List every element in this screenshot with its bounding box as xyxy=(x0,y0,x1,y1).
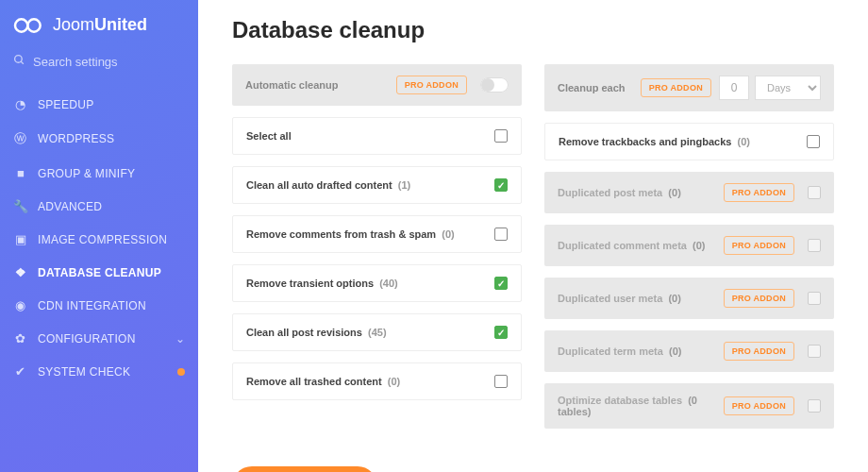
nav-image-compression[interactable]: ▣IMAGE COMPRESSION xyxy=(0,223,198,256)
pro-item-row: Duplicated term meta (0)PRO ADDON xyxy=(544,330,834,372)
globe-icon: ◉ xyxy=(13,298,28,312)
pro-item-row: Optimize database tables (0 tables)PRO A… xyxy=(544,383,834,429)
pro-item-label: Duplicated user meta (0) xyxy=(558,293,714,304)
nav-advanced[interactable]: 🔧ADVANCED xyxy=(0,190,198,223)
search-input[interactable] xyxy=(33,55,185,69)
cleanup-item-label: Clean all post revisions (45) xyxy=(246,327,494,338)
brand-logo: JoomUnited xyxy=(0,0,198,54)
pro-item-checkbox xyxy=(808,186,821,199)
pro-item-label: Optimize database tables (0 tables) xyxy=(558,395,714,417)
clean-save-button[interactable]: CLEAN & SAVE xyxy=(232,466,377,472)
cleanup-interval-input[interactable] xyxy=(719,76,749,100)
pro-item-row: Duplicated post meta (0)PRO ADDON xyxy=(544,172,834,213)
chevron-down-icon: ⌄ xyxy=(175,332,185,346)
folder-icon: ■ xyxy=(13,166,28,180)
right-column: Cleanup each PRO ADDON Days Remove track… xyxy=(544,64,834,440)
pro-item-label: Duplicated post meta (0) xyxy=(558,187,714,198)
cleanup-unit-select[interactable]: Days xyxy=(755,76,821,100)
cleanup-item-row: Remove comments from trash & spam (0) xyxy=(232,215,522,253)
search-input-wrap[interactable] xyxy=(13,54,185,69)
logo-icon xyxy=(13,16,45,35)
remove-trackbacks-label: Remove trackbacks and pingbacks (0) xyxy=(559,136,807,147)
pro-addon-badge: PRO ADDON xyxy=(724,396,794,415)
database-icon: ❖ xyxy=(13,265,28,279)
cleanup-item-checkbox[interactable]: ✓ xyxy=(494,178,508,192)
cleanup-item-row: Clean all post revisions (45)✓ xyxy=(232,313,522,351)
cleanup-item-checkbox[interactable] xyxy=(494,228,508,241)
cleanup-each-row: Cleanup each PRO ADDON Days xyxy=(544,64,834,111)
nav-wordpress[interactable]: ⓦWORDPRESS xyxy=(0,121,198,157)
select-all-checkbox[interactable] xyxy=(494,129,508,143)
svg-point-2 xyxy=(15,56,23,63)
cleanup-item-row: Remove all trashed content (0) xyxy=(232,362,522,400)
cleanup-item-row: Remove transient options (40)✓ xyxy=(232,264,522,302)
left-column: Automatic cleanup PRO ADDON Select all C… xyxy=(232,64,522,440)
image-icon: ▣ xyxy=(13,232,28,246)
pro-addon-badge: PRO ADDON xyxy=(724,236,794,255)
alert-dot-icon xyxy=(177,368,185,376)
nav-group-minify[interactable]: ■GROUP & MINIFY xyxy=(0,157,198,190)
sidebar: JoomUnited ◔SPEEDUP ⓦWORDPRESS ■GROUP & … xyxy=(0,0,198,472)
gauge-icon: ◔ xyxy=(13,97,28,111)
brand-text-1: Joom xyxy=(53,15,94,35)
automatic-cleanup-toggle[interactable] xyxy=(480,77,509,93)
cleanup-item-checkbox[interactable]: ✓ xyxy=(494,326,508,339)
pro-item-checkbox xyxy=(808,345,821,358)
cleanup-item-label: Clean all auto drafted content (1) xyxy=(246,179,494,191)
pro-item-row: Duplicated comment meta (0)PRO ADDON xyxy=(544,225,834,266)
nav-list: ◔SPEEDUP ⓦWORDPRESS ■GROUP & MINIFY 🔧ADV… xyxy=(0,88,198,388)
cleanup-item-row: Clean all auto drafted content (1)✓ xyxy=(232,166,522,204)
select-all-label: Select all xyxy=(246,130,494,142)
main-content: Database cleanup Automatic cleanup PRO A… xyxy=(198,0,868,472)
remove-trackbacks-row: Remove trackbacks and pingbacks (0) xyxy=(544,123,834,160)
search-icon xyxy=(13,54,25,69)
automatic-cleanup-label: Automatic cleanup xyxy=(245,79,387,91)
remove-trackbacks-checkbox[interactable] xyxy=(807,135,820,148)
page-title: Database cleanup xyxy=(232,17,834,43)
wrench-icon: 🔧 xyxy=(13,199,28,213)
brand-text-2: United xyxy=(94,15,147,35)
pro-item-checkbox xyxy=(808,399,821,413)
pro-addon-badge: PRO ADDON xyxy=(396,76,467,94)
nav-speedup[interactable]: ◔SPEEDUP xyxy=(0,88,198,121)
select-all-row: Select all xyxy=(232,117,522,155)
pro-item-row: Duplicated user meta (0)PRO ADDON xyxy=(544,278,834,319)
nav-configuration[interactable]: ✿CONFIGURATION⌄ xyxy=(0,322,198,355)
nav-database-cleanup[interactable]: ❖DATABASE CLEANUP xyxy=(0,256,198,289)
pro-addon-badge: PRO ADDON xyxy=(724,289,794,308)
wordpress-icon: ⓦ xyxy=(13,130,28,147)
shield-icon: ✔ xyxy=(13,364,28,379)
pro-item-checkbox xyxy=(808,292,821,305)
cleanup-item-label: Remove comments from trash & spam (0) xyxy=(246,228,494,240)
pro-addon-badge: PRO ADDON xyxy=(724,183,794,202)
svg-line-3 xyxy=(21,61,24,64)
pro-addon-badge: PRO ADDON xyxy=(641,78,711,97)
gear-icon: ✿ xyxy=(13,331,28,346)
pro-item-label: Duplicated comment meta (0) xyxy=(558,240,714,251)
pro-addon-badge: PRO ADDON xyxy=(724,342,794,361)
cleanup-item-label: Remove transient options (40) xyxy=(246,278,494,289)
cleanup-each-label: Cleanup each xyxy=(558,82,631,93)
cleanup-item-label: Remove all trashed content (0) xyxy=(246,376,494,387)
svg-point-0 xyxy=(15,19,27,31)
nav-cdn-integration[interactable]: ◉CDN INTEGRATION xyxy=(0,289,198,322)
pro-item-checkbox xyxy=(808,239,821,252)
pro-item-label: Duplicated term meta (0) xyxy=(558,346,714,357)
svg-point-1 xyxy=(27,19,40,31)
cleanup-item-checkbox[interactable] xyxy=(494,375,508,388)
cleanup-item-checkbox[interactable]: ✓ xyxy=(494,277,508,290)
automatic-cleanup-row: Automatic cleanup PRO ADDON xyxy=(232,64,522,106)
nav-system-check[interactable]: ✔SYSTEM CHECK xyxy=(0,355,198,388)
